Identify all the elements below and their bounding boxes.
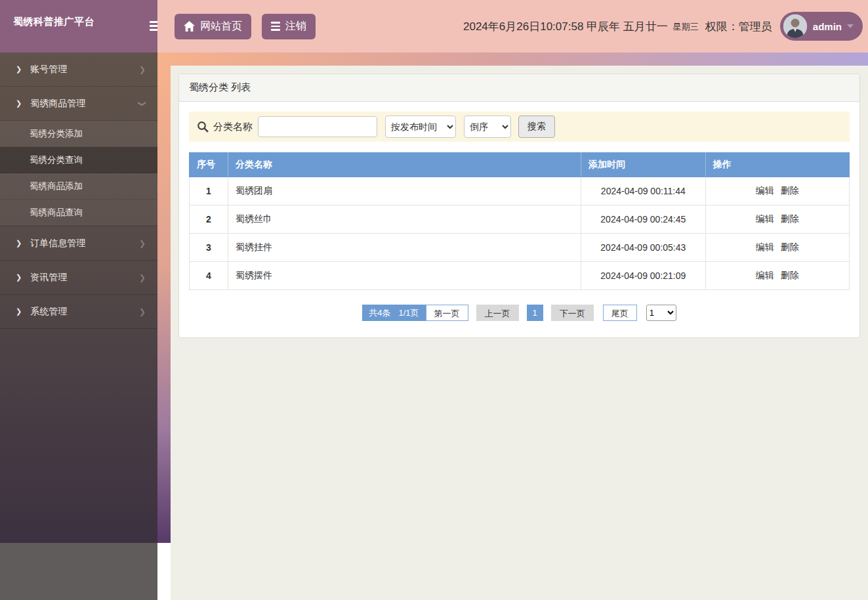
row-add-time: 2024-04-09 00:21:09 xyxy=(581,262,706,290)
row-category-name: 蜀绣团扇 xyxy=(228,177,581,205)
search-field-label: 分类名称 xyxy=(213,121,253,133)
gradient-strip xyxy=(157,66,171,543)
chevron-right-icon xyxy=(139,65,146,74)
username-text: admin xyxy=(813,21,842,32)
sidebar-item-label: 资讯管理 xyxy=(30,272,67,284)
logout-button[interactable]: 注销 xyxy=(262,14,316,39)
logout-label: 注销 xyxy=(285,20,306,33)
row-index: 4 xyxy=(190,262,228,290)
app-window: 蜀绣科普推广平台 账号管理 蜀绣商品管理 蜀绣分类添加 蜀绣分类查询 蜀绣商品添… xyxy=(0,0,868,600)
panel-title: 蜀绣分类 列表 xyxy=(179,74,859,102)
row-index: 3 xyxy=(190,234,228,262)
edit-link[interactable]: 编辑 xyxy=(756,185,774,196)
chevron-down-icon xyxy=(139,99,146,108)
row-add-time: 2024-04-09 00:05:43 xyxy=(581,234,706,262)
sidebar-item-orders[interactable]: 订单信息管理 xyxy=(0,226,157,261)
header-category-name: 分类名称 xyxy=(228,153,581,177)
gradient-band xyxy=(157,53,868,66)
row-index: 2 xyxy=(190,205,228,234)
sidebar-item-products[interactable]: 蜀绣商品管理 xyxy=(0,87,157,121)
weekday-text: 星期三 xyxy=(673,21,699,33)
page-select[interactable]: 1 xyxy=(646,305,676,321)
menu-bars-icon xyxy=(271,22,280,31)
topbar: 网站首页 注销 2024年6月26日10:07:58 甲辰年 五月廿一 星期三 … xyxy=(157,0,868,53)
delete-link[interactable]: 删除 xyxy=(781,270,799,280)
sidebar-subitem-product-query[interactable]: 蜀绣商品查询 xyxy=(0,200,157,226)
edit-link[interactable]: 编辑 xyxy=(756,213,774,224)
last-page-button[interactable]: 尾页 xyxy=(603,305,637,321)
sidebar-item-news[interactable]: 资讯管理 xyxy=(0,261,157,295)
category-list-panel: 蜀绣分类 列表 分类名称 按发布时间 倒序 搜索 xyxy=(178,74,860,338)
sidebar-item-label: 蜀绣商品管理 xyxy=(30,98,85,110)
search-bar: 分类名称 按发布时间 倒序 搜索 xyxy=(189,112,850,142)
role-text: 权限：管理员 xyxy=(705,19,772,34)
sort-order-select[interactable]: 倒序 xyxy=(464,116,511,138)
delete-link[interactable]: 删除 xyxy=(781,185,799,196)
sidebar-submenu: 蜀绣分类添加 蜀绣分类查询 蜀绣商品添加 蜀绣商品查询 xyxy=(0,121,157,226)
pagination: 共4条 1/1页 第一页 上一页 1 下一页 尾页 1 xyxy=(189,305,850,321)
user-menu[interactable]: admin xyxy=(780,12,863,41)
sidebar-subitem-product-add[interactable]: 蜀绣商品添加 xyxy=(0,173,157,200)
table-row: 4 蜀绣摆件 2024-04-09 00:21:09 编辑 删除 xyxy=(190,262,850,290)
table-row: 1 蜀绣团扇 2024-04-09 00:11:44 编辑 删除 xyxy=(190,177,850,205)
pagination-summary: 共4条 1/1页 xyxy=(362,305,425,321)
avatar xyxy=(783,14,807,38)
topbar-status-area: 2024年6月26日10:07:58 甲辰年 五月廿一 星期三 权限：管理员 a… xyxy=(463,12,863,41)
prev-page-button[interactable]: 上一页 xyxy=(476,305,519,321)
sidebar-subitem-category-query[interactable]: 蜀绣分类查询 xyxy=(0,147,157,173)
sidebar-item-label: 账号管理 xyxy=(30,64,67,75)
table-header-row: 序号 分类名称 添加时间 操作 xyxy=(190,153,850,177)
sidebar-item-label: 系统管理 xyxy=(30,306,67,318)
chevron-right-icon xyxy=(16,65,22,74)
first-page-button[interactable]: 第一页 xyxy=(426,305,468,321)
main-content: 蜀绣分类 列表 分类名称 按发布时间 倒序 搜索 xyxy=(171,66,868,600)
total-count-text: 共4条 xyxy=(369,307,390,319)
header-actions: 操作 xyxy=(705,153,849,177)
sort-field-select[interactable]: 按发布时间 xyxy=(385,116,456,138)
sidebar-item-account[interactable]: 账号管理 xyxy=(0,53,157,87)
search-button[interactable]: 搜索 xyxy=(518,116,555,138)
chevron-right-icon xyxy=(139,307,146,316)
home-icon xyxy=(184,21,195,32)
row-add-time: 2024-04-09 00:24:45 xyxy=(581,205,706,234)
category-table: 序号 分类名称 添加时间 操作 1 蜀绣团扇 2024-04-09 00:11:… xyxy=(189,152,850,290)
page-of-text: 1/1页 xyxy=(398,307,419,319)
sidebar-header: 蜀绣科普推广平台 xyxy=(0,0,157,53)
category-name-input[interactable] xyxy=(258,116,377,137)
header-add-time: 添加时间 xyxy=(581,153,706,177)
row-index: 1 xyxy=(190,177,228,205)
site-home-button[interactable]: 网站首页 xyxy=(175,14,251,39)
row-category-name: 蜀绣摆件 xyxy=(228,262,581,290)
sidebar-item-label: 订单信息管理 xyxy=(30,238,85,249)
chevron-right-icon xyxy=(139,239,146,248)
chevron-right-icon xyxy=(16,239,22,247)
datetime-text: 2024年6月26日10:07:58 甲辰年 五月廿一 xyxy=(463,19,668,34)
table-row: 2 蜀绣丝巾 2024-04-09 00:24:45 编辑 删除 xyxy=(190,205,850,234)
header-index: 序号 xyxy=(190,153,228,177)
chevron-right-icon xyxy=(16,273,22,282)
site-home-label: 网站首页 xyxy=(200,20,242,33)
chevron-right-icon xyxy=(16,307,22,316)
search-icon xyxy=(197,121,209,133)
current-page-indicator[interactable]: 1 xyxy=(527,305,543,321)
row-category-name: 蜀绣挂件 xyxy=(228,234,581,262)
table-row: 3 蜀绣挂件 2024-04-09 00:05:43 编辑 删除 xyxy=(190,234,850,262)
sidebar-item-system[interactable]: 系统管理 xyxy=(0,295,157,329)
chevron-right-icon xyxy=(139,273,146,282)
sidebar-menu: 账号管理 蜀绣商品管理 蜀绣分类添加 蜀绣分类查询 蜀绣商品添加 蜀绣商品查询 … xyxy=(0,53,157,543)
sidebar: 蜀绣科普推广平台 账号管理 蜀绣商品管理 蜀绣分类添加 蜀绣分类查询 蜀绣商品添… xyxy=(0,0,157,543)
edit-link[interactable]: 编辑 xyxy=(756,270,774,280)
caret-down-icon xyxy=(847,24,854,28)
delete-link[interactable]: 删除 xyxy=(781,213,799,224)
edit-link[interactable]: 编辑 xyxy=(756,242,774,252)
sidebar-subitem-category-add[interactable]: 蜀绣分类添加 xyxy=(0,121,157,147)
app-title: 蜀绣科普推广平台 xyxy=(13,16,94,28)
panel-body: 分类名称 按发布时间 倒序 搜索 序号 分类名称 xyxy=(179,102,859,337)
sidebar-footer xyxy=(0,543,157,600)
next-page-button[interactable]: 下一页 xyxy=(551,305,594,321)
delete-link[interactable]: 删除 xyxy=(781,242,799,252)
row-category-name: 蜀绣丝巾 xyxy=(228,205,581,234)
row-add-time: 2024-04-09 00:11:44 xyxy=(581,177,706,205)
chevron-right-icon xyxy=(16,99,22,108)
